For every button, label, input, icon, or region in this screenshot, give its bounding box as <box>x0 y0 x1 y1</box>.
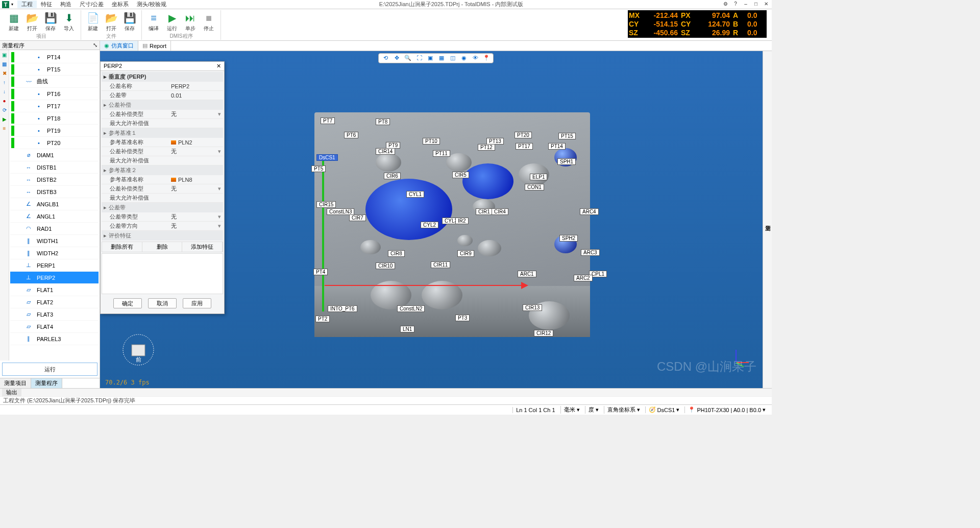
feature-label-CIR14[interactable]: CIR14 <box>376 148 395 155</box>
tree-item-PERP1[interactable]: ⊥PERP1 <box>10 259 99 272</box>
tab-measure-items[interactable]: 测量项目 <box>0 378 31 388</box>
tab-simulation[interactable]: ◉仿真窗口 <box>100 41 138 51</box>
status-units[interactable]: 毫米 ▾ <box>560 406 583 414</box>
tree-item-PARLEL3[interactable]: ∥PARLEL3 <box>10 333 99 345</box>
minimize-icon[interactable]: – <box>742 1 749 8</box>
tree-item-WIDTH2[interactable]: ‖WIDTH2 <box>10 247 99 259</box>
status-coord[interactable]: 直角坐标系 ▾ <box>604 406 643 414</box>
prop-row[interactable]: 公差补偿类型无▾ <box>102 184 223 194</box>
feature-label-PT14[interactable]: PT14 <box>548 143 566 150</box>
output-tab[interactable]: 输出 <box>2 389 21 396</box>
feature-label-PT7[interactable]: PT7 <box>321 117 335 124</box>
feature-label-CYL1[interactable]: CYL1 <box>406 191 424 198</box>
ribbon-open-file[interactable]: 📂打开 <box>103 10 120 32</box>
feature-label-CIR15[interactable]: CIR15 <box>316 201 336 208</box>
tree-item-WIDTH1[interactable]: ‖WIDTH1 <box>10 235 99 247</box>
prop-row[interactable]: 最大允许补偿值 <box>102 194 223 203</box>
feature-label-DsCS1[interactable]: DsCS1 <box>316 154 338 161</box>
menu-feature[interactable]: 特征 <box>37 1 56 8</box>
ribbon-run[interactable]: ▶运行 <box>163 10 181 32</box>
status-deg[interactable]: 度 ▾ <box>585 406 602 414</box>
ok-button[interactable]: 确定 <box>113 298 142 308</box>
ribbon-import[interactable]: ⬇导入 <box>60 10 78 32</box>
prop-close-icon[interactable]: ✕ <box>216 63 221 69</box>
run-button[interactable]: 运行 <box>2 363 97 376</box>
ribbon-save-proj[interactable]: 💾保存 <box>42 10 59 32</box>
view-wireframe-icon[interactable]: ◫ <box>449 55 456 62</box>
delete-all-button[interactable]: 删除所有 <box>102 242 142 252</box>
ribbon-step[interactable]: ⏭单步 <box>182 10 199 32</box>
prop-row[interactable]: 公差带方向无▾ <box>102 222 223 231</box>
tree-item-PT18[interactable]: •PT18 <box>10 112 99 125</box>
tab-measure-program[interactable]: 测量程序 <box>31 378 62 388</box>
tree-item-PT20[interactable]: •PT20 <box>10 137 99 149</box>
feature-label-PT11[interactable]: PT11 <box>433 150 450 157</box>
tree-item-PT16[interactable]: •PT16 <box>10 88 99 100</box>
feature-label-PT20[interactable]: PT20 <box>514 132 532 138</box>
tree-item-ANGL1[interactable]: ∠ANGL1 <box>10 210 99 223</box>
apply-button[interactable]: 应用 <box>183 298 211 308</box>
feature-label-CIR8[interactable]: CIR8 <box>388 250 405 257</box>
tree-item-DIAM1[interactable]: ⌀DIAM1 <box>10 149 99 161</box>
prop-row[interactable]: 公差补偿类型无▾ <box>102 110 223 119</box>
feature-label-ConstLN2[interactable]: ConstLN2 <box>397 305 425 312</box>
prop-row[interactable]: 公差补偿类型无▾ <box>102 147 223 156</box>
prop-row[interactable]: 公差名称PERP2 <box>102 82 223 91</box>
feature-label-ARC2[interactable]: ARC2 <box>574 275 593 281</box>
feature-label-CIR7[interactable]: CIR7 <box>349 214 366 221</box>
ribbon-compile[interactable]: ≡编译 <box>145 10 162 32</box>
feature-label-SPH1[interactable]: SPH1 <box>557 158 576 165</box>
menu-probe[interactable]: 测头/校验规 <box>133 1 170 8</box>
feature-label-PT10[interactable]: PT10 <box>423 138 440 145</box>
tree-item-PERP2[interactable]: ⊥PERP2 <box>10 272 99 284</box>
tree-item-曲线[interactable]: 〰曲线 <box>10 76 99 88</box>
tool-1-icon[interactable]: ▣ <box>2 52 8 58</box>
feature-label-CYL2[interactable]: CYL2 <box>421 222 438 228</box>
panel-pin-icon[interactable]: ⤡ <box>93 42 97 49</box>
chevron-down-icon[interactable]: ▾ <box>218 185 221 192</box>
cancel-button[interactable]: 取消 <box>148 298 177 308</box>
ribbon-save-file[interactable]: 💾保存 <box>121 10 138 32</box>
tree-item-DISTB2[interactable]: ↔DISTB2 <box>10 174 99 186</box>
status-cs[interactable]: 🧭 DsCS1 ▾ <box>645 406 683 413</box>
settings-icon[interactable]: ⚙ <box>722 1 729 8</box>
add-feature-button[interactable]: 添加特征 <box>182 242 223 252</box>
feature-label-CON1[interactable]: CON1 <box>525 184 544 190</box>
feature-label-PT6[interactable]: PT6 <box>344 132 358 138</box>
view-probe-icon[interactable]: 📍 <box>483 55 490 62</box>
prop-row[interactable]: 公差带类型无▾ <box>102 212 223 222</box>
close-icon[interactable]: ✕ <box>763 1 770 8</box>
prop-row[interactable]: 公差带0.01 <box>102 91 223 100</box>
tree-item-RAD1[interactable]: ◠RAD1 <box>10 223 99 235</box>
tool-4-icon[interactable]: ↑ <box>2 80 8 86</box>
tab-report[interactable]: ▤Report <box>138 41 171 51</box>
nav-cube[interactable]: 前 <box>120 332 156 368</box>
status-probe[interactable]: 📍 PH10T-2X30 | A0.0 | B0.0 ▾ <box>684 406 769 413</box>
feature-label-CIR9[interactable]: CIR9 <box>457 250 474 257</box>
chevron-down-icon[interactable]: ▾ <box>218 148 221 155</box>
ribbon-open-proj[interactable]: 📂打开 <box>23 10 41 32</box>
ribbon-new-proj[interactable]: ▦新建 <box>5 10 22 32</box>
feature-label-CIR11[interactable]: CIR11 <box>431 261 450 268</box>
feature-label-PT4[interactable]: PT4 <box>313 269 328 275</box>
tree-item-PT15[interactable]: •PT15 <box>10 63 99 76</box>
feature-label-ELP1[interactable]: ELP1 <box>530 174 547 180</box>
view-eye-icon[interactable]: 👁 <box>472 55 479 62</box>
feature-label-PT8[interactable]: PT8 <box>376 118 390 125</box>
tool-7-icon[interactable]: ⟳ <box>2 107 8 113</box>
tool-3-icon[interactable]: ✖ <box>2 70 8 77</box>
feature-label-CIR13[interactable]: CIR13 <box>523 304 542 311</box>
prop-row[interactable]: 参考基准名称PLN2 <box>102 138 223 147</box>
maximize-icon[interactable]: □ <box>752 1 760 8</box>
program-tree[interactable]: •PT14•PT15〰曲线•PT16•PT17•PT18•PT19•PT20⌀D… <box>9 50 100 361</box>
chevron-down-icon[interactable]: ▾ <box>218 223 221 229</box>
tree-item-DISTB3[interactable]: ↔DISTB3 <box>10 186 99 198</box>
tool-5-icon[interactable]: ↓ <box>2 89 8 95</box>
tree-item-FLAT1[interactable]: ▱FLAT1 <box>10 284 99 296</box>
view-fit-icon[interactable]: ⛶ <box>415 55 423 62</box>
chevron-down-icon[interactable]: ▾ <box>218 111 221 117</box>
tree-item-PT17[interactable]: •PT17 <box>10 100 99 112</box>
ribbon-new-file[interactable]: 📄新建 <box>84 10 102 32</box>
feature-label-SPH2[interactable]: SPH2 <box>559 235 578 242</box>
delete-button[interactable]: 删除 <box>142 242 183 252</box>
